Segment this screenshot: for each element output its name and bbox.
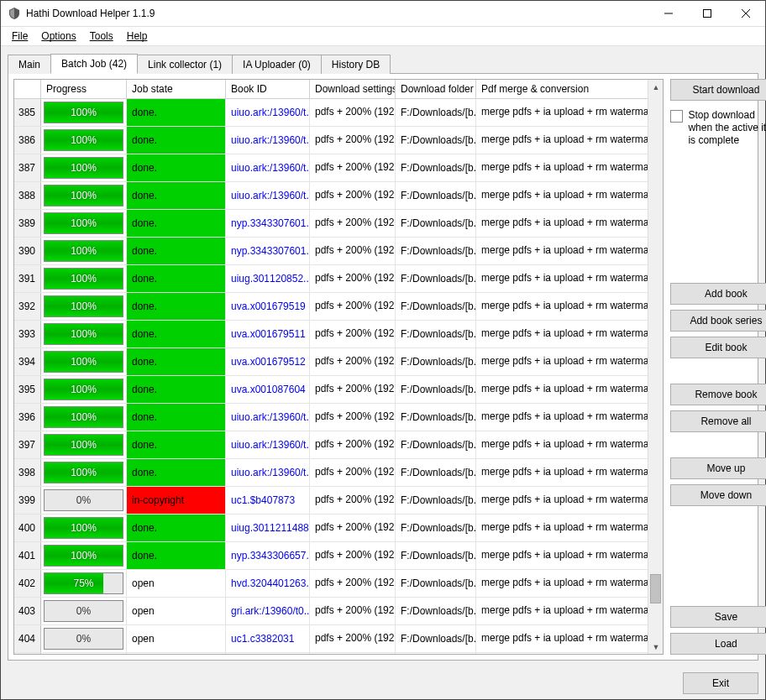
table-row[interactable]: 393100%done.uva.x001679511pdfs + 200% (1… [14, 321, 663, 348]
menu-help[interactable]: Help [121, 29, 154, 44]
download-settings-cell: pdfs + 200% (192dpi)+ resum... [310, 431, 396, 458]
table-row[interactable]: 385100%done.uiuo.ark:/13960/t...pdfs + 2… [14, 99, 663, 127]
menu-file[interactable]: File [6, 29, 34, 44]
book-id-cell[interactable]: hvd.3204401263... [226, 570, 310, 597]
book-id-cell[interactable]: nyp.3343306657... [226, 542, 310, 569]
stop-when-complete-label: Stop download when the active item is co… [688, 109, 766, 147]
book-id-cell[interactable]: uiuo.ark:/13960/t... [226, 127, 310, 154]
col-download-folder[interactable]: Download folder [396, 80, 476, 98]
tab-history-db[interactable]: History DB [321, 55, 391, 74]
download-settings-cell: pdfs + 200% (192dpi)+ resum... [310, 293, 396, 320]
book-id-cell[interactable]: uc1.$b407873 [226, 487, 310, 514]
col-download-settings[interactable]: Download settings [310, 80, 396, 98]
col-book-id[interactable]: Book ID [226, 80, 310, 98]
col-pdf-merge[interactable]: Pdf merge & conversion [476, 80, 663, 98]
book-id-cell[interactable]: uva.x001679511 [226, 321, 310, 347]
book-id-cell[interactable]: uc1.c3382031 [226, 625, 310, 652]
book-id-cell[interactable]: nyp.3343307601... [226, 210, 310, 237]
start-download-button[interactable]: Start download [670, 79, 766, 101]
scroll-down-icon[interactable]: ▼ [648, 640, 663, 654]
progress-cell: 100% [41, 154, 127, 181]
minimize-button[interactable] [649, 1, 688, 26]
table-row[interactable]: 4040%openuc1.c3382031pdfs + 200% (192dpi… [14, 625, 663, 653]
remove-book-button[interactable]: Remove book [670, 384, 766, 405]
book-id-cell[interactable]: uva.x001679512 [226, 348, 310, 375]
footer: Exit [1, 667, 765, 699]
scroll-up-icon[interactable]: ▲ [648, 80, 663, 94]
download-settings-cell: pdfs + 200% (192dpi)+ resum... [310, 404, 396, 431]
book-id-cell[interactable]: uva.x001087604 [226, 376, 310, 403]
remove-all-button[interactable]: Remove all [670, 410, 766, 432]
table-row[interactable]: 400100%done.uiug.3011211488...pdfs + 200… [14, 515, 663, 542]
book-id-cell[interactable]: uiug.301120852... [226, 265, 310, 292]
tab-link-collector[interactable]: Link collector (1) [137, 55, 233, 74]
book-id-cell[interactable]: uiuo.ark:/13960/t... [226, 404, 310, 431]
download-settings-cell: pdfs + 200% (192dpi)+ resum... [310, 653, 396, 654]
book-id-cell[interactable]: nyp.3343307601... [226, 238, 310, 264]
progress-cell: 0% [41, 598, 127, 624]
menu-options[interactable]: Options [35, 29, 81, 44]
menu-tools[interactable]: Tools [84, 29, 119, 44]
progress-cell: 0% [41, 653, 127, 654]
job-state-cell: done. [127, 293, 226, 320]
progress-cell: 75% [41, 570, 127, 597]
book-id-cell[interactable]: gri.ark:/13960/t0... [226, 598, 310, 624]
save-button[interactable]: Save [670, 606, 766, 628]
row-index: 403 [14, 598, 41, 624]
table-row[interactable]: 401100%done.nyp.3343306657...pdfs + 200%… [14, 542, 663, 570]
col-job-state[interactable]: Job state [127, 80, 226, 98]
tab-ia-uploader[interactable]: IA Uploader (0) [232, 55, 322, 74]
table-row[interactable]: 4030%opengri.ark:/13960/t0...pdfs + 200%… [14, 598, 663, 625]
table-row[interactable]: 398100%done.uiuo.ark:/13960/t...pdfs + 2… [14, 459, 663, 487]
table-row[interactable]: 387100%done.uiuo.ark:/13960/t...pdfs + 2… [14, 154, 663, 182]
col-progress[interactable]: Progress [41, 80, 127, 98]
book-id-cell[interactable]: uiuo.ark:/13960/t... [226, 431, 310, 458]
table-row[interactable]: 388100%done.uiuo.ark:/13960/t...pdfs + 2… [14, 182, 663, 210]
table-row[interactable]: 394100%done.uva.x001679512pdfs + 200% (1… [14, 348, 663, 376]
table-row[interactable]: 396100%done.uiuo.ark:/13960/t...pdfs + 2… [14, 404, 663, 431]
table-row[interactable]: 390100%done.nyp.3343307601...pdfs + 200%… [14, 238, 663, 265]
book-id-cell[interactable]: uiuo.ark:/13960/t... [226, 182, 310, 209]
book-id-cell[interactable]: uiug.3011211488... [226, 515, 310, 541]
col-index[interactable] [14, 80, 41, 98]
progress-cell: 100% [41, 238, 127, 264]
grid-body[interactable]: 385100%done.uiuo.ark:/13960/t...pdfs + 2… [14, 99, 663, 654]
download-folder-cell: F:/Downloads/[b... [396, 99, 476, 126]
scroll-thumb[interactable] [650, 574, 661, 603]
table-row[interactable]: 391100%done.uiug.301120852...pdfs + 200%… [14, 265, 663, 293]
table-row[interactable]: 386100%done.uiuo.ark:/13960/t...pdfs + 2… [14, 127, 663, 154]
table-row[interactable]: 4050%openuc1.c004122786pdfs + 200% (192d… [14, 653, 663, 654]
jobs-grid[interactable]: Progress Job state Book ID Download sett… [13, 79, 664, 655]
add-book-button[interactable]: Add book [670, 283, 766, 305]
table-row[interactable]: 397100%done.uiuo.ark:/13960/t...pdfs + 2… [14, 431, 663, 459]
merge-cell: merge pdfs + ia upload + rm watermark [476, 431, 663, 458]
book-id-cell[interactable]: uva.x001679519 [226, 293, 310, 320]
tab-main[interactable]: Main [8, 55, 51, 74]
move-up-button[interactable]: Move up [670, 457, 766, 479]
book-id-cell[interactable]: uiuo.ark:/13960/t... [226, 459, 310, 486]
table-row[interactable]: 3990%in-copyrightuc1.$b407873pdfs + 200%… [14, 487, 663, 515]
add-book-series-button[interactable]: Add book series [670, 310, 766, 332]
book-id-cell[interactable]: uiuo.ark:/13960/t... [226, 154, 310, 181]
stop-when-complete-option[interactable]: Stop download when the active item is co… [670, 106, 766, 147]
edit-book-button[interactable]: Edit book [670, 337, 766, 358]
tab-batch-job[interactable]: Batch Job (42) [50, 54, 138, 74]
table-row[interactable]: 392100%done.uva.x001679519pdfs + 200% (1… [14, 293, 663, 321]
stop-when-complete-checkbox[interactable] [670, 110, 683, 123]
download-folder-cell: F:/Downloads/[b... [396, 321, 476, 347]
move-down-button[interactable]: Move down [670, 484, 766, 506]
tab-panel: Progress Job state Book ID Download sett… [8, 73, 758, 661]
table-row[interactable]: 395100%done.uva.x001087604pdfs + 200% (1… [14, 376, 663, 404]
vertical-scrollbar[interactable]: ▲ ▼ [648, 80, 663, 654]
table-row[interactable]: 389100%done.nyp.3343307601...pdfs + 200%… [14, 210, 663, 238]
merge-cell: merge pdfs + ia upload + rm watermark [476, 154, 663, 181]
row-index: 396 [14, 404, 41, 431]
close-button[interactable] [727, 1, 765, 26]
table-row[interactable]: 40275%openhvd.3204401263...pdfs + 200% (… [14, 570, 663, 598]
book-id-cell[interactable]: uc1.c004122786 [226, 653, 310, 654]
maximize-button[interactable] [688, 1, 727, 26]
exit-button[interactable]: Exit [683, 672, 758, 694]
load-button[interactable]: Load [670, 633, 766, 655]
book-id-cell[interactable]: uiuo.ark:/13960/t... [226, 99, 310, 126]
row-index: 386 [14, 127, 41, 154]
